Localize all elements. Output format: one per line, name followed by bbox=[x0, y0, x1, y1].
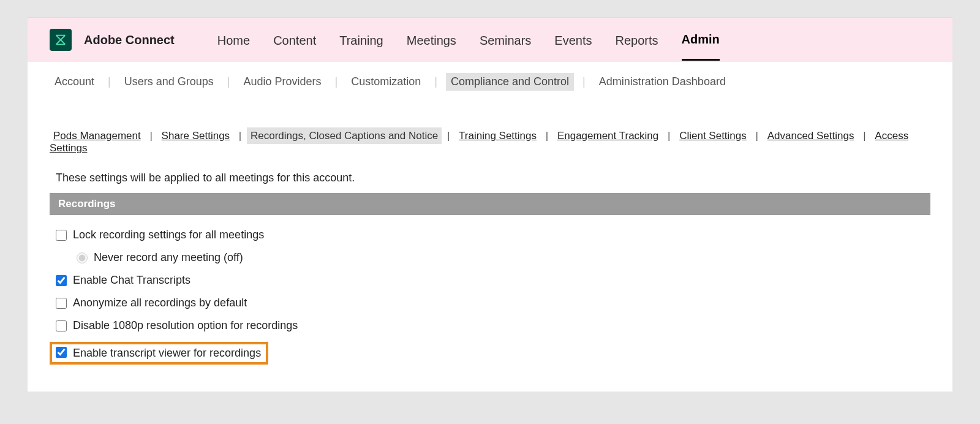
divider: | bbox=[582, 75, 586, 88]
label-lock-recording[interactable]: Lock recording settings for all meetings bbox=[73, 229, 264, 241]
option-disable-1080p: Disable 1080p resolution option for reco… bbox=[56, 314, 924, 337]
recordings-options: Lock recording settings for all meetings… bbox=[50, 215, 930, 373]
nav-admin[interactable]: Admin bbox=[682, 19, 720, 61]
pipe: | bbox=[665, 130, 673, 142]
option-enable-transcript-viewer: Enable transcript viewer for recordings bbox=[56, 337, 924, 369]
nav-meetings[interactable]: Meetings bbox=[407, 20, 456, 60]
tab-recordings-cc-notice[interactable]: Recordings, Closed Captions and Notice bbox=[247, 127, 442, 144]
label-anonymize[interactable]: Anonymize all recordings by default bbox=[73, 297, 247, 309]
nav-content[interactable]: Content bbox=[273, 20, 316, 60]
compliance-tabs: Pods Management | Share Settings | Recor… bbox=[28, 102, 952, 161]
pipe: | bbox=[543, 130, 551, 142]
option-never-record: Never record any meeting (off) bbox=[56, 246, 924, 269]
divider: | bbox=[227, 75, 230, 88]
nav-events[interactable]: Events bbox=[554, 20, 592, 60]
pipe: | bbox=[236, 130, 244, 142]
section-header-recordings: Recordings bbox=[50, 193, 930, 215]
label-disable-1080p[interactable]: Disable 1080p resolution option for reco… bbox=[73, 319, 298, 332]
option-enable-chat-transcripts: Enable Chat Transcripts bbox=[56, 269, 924, 292]
tab-share-settings[interactable]: Share Settings bbox=[158, 127, 234, 144]
divider: | bbox=[335, 75, 338, 88]
tab-engagement-tracking[interactable]: Engagement Tracking bbox=[554, 127, 662, 144]
subnav-users-groups[interactable]: Users and Groups bbox=[119, 73, 219, 91]
subnav-admin-dashboard[interactable]: Administration Dashboard bbox=[594, 73, 731, 91]
checkbox-anonymize[interactable] bbox=[56, 298, 67, 309]
content-area: These settings will be applied to all me… bbox=[28, 161, 952, 392]
tab-training-settings[interactable]: Training Settings bbox=[455, 127, 540, 144]
nav-seminars[interactable]: Seminars bbox=[480, 20, 531, 60]
subnav-audio-providers[interactable]: Audio Providers bbox=[239, 73, 326, 91]
topbar: Adobe Connect Home Content Training Meet… bbox=[28, 18, 952, 62]
product-logo bbox=[50, 29, 72, 51]
subnav-customization[interactable]: Customization bbox=[346, 73, 426, 91]
pipe: | bbox=[753, 130, 761, 142]
radio-never-record bbox=[77, 252, 88, 263]
intro-text: These settings will be applied to all me… bbox=[50, 165, 930, 193]
subnav-account[interactable]: Account bbox=[50, 73, 99, 91]
option-lock-recording: Lock recording settings for all meetings bbox=[56, 224, 924, 246]
label-enable-transcript-viewer[interactable]: Enable transcript viewer for recordings bbox=[73, 347, 261, 360]
nav-home[interactable]: Home bbox=[217, 20, 250, 60]
divider: | bbox=[434, 75, 437, 88]
label-never-record: Never record any meeting (off) bbox=[94, 251, 243, 264]
sub-nav: Account | Users and Groups | Audio Provi… bbox=[28, 62, 952, 102]
tab-client-settings[interactable]: Client Settings bbox=[676, 127, 750, 144]
checkbox-disable-1080p[interactable] bbox=[56, 320, 67, 331]
nav-reports[interactable]: Reports bbox=[616, 20, 658, 60]
subnav-compliance-control[interactable]: Compliance and Control bbox=[446, 73, 574, 91]
product-name: Adobe Connect bbox=[84, 33, 175, 47]
option-anonymize: Anonymize all recordings by default bbox=[56, 292, 924, 314]
checkbox-lock-recording[interactable] bbox=[56, 230, 67, 241]
app-window: Adobe Connect Home Content Training Meet… bbox=[28, 17, 952, 392]
label-enable-chat-transcripts[interactable]: Enable Chat Transcripts bbox=[73, 274, 190, 287]
checkbox-enable-transcript-viewer[interactable] bbox=[56, 347, 67, 358]
pipe: | bbox=[147, 130, 154, 142]
highlight-box: Enable transcript viewer for recordings bbox=[50, 342, 268, 365]
nav-training[interactable]: Training bbox=[339, 20, 383, 60]
divider: | bbox=[108, 75, 111, 88]
pipe: | bbox=[861, 130, 868, 142]
checkbox-enable-chat-transcripts[interactable] bbox=[56, 275, 67, 286]
pipe: | bbox=[445, 130, 452, 142]
tab-advanced-settings[interactable]: Advanced Settings bbox=[764, 127, 858, 144]
connect-logo-icon bbox=[54, 33, 67, 47]
main-nav: Home Content Training Meetings Seminars … bbox=[217, 19, 720, 61]
